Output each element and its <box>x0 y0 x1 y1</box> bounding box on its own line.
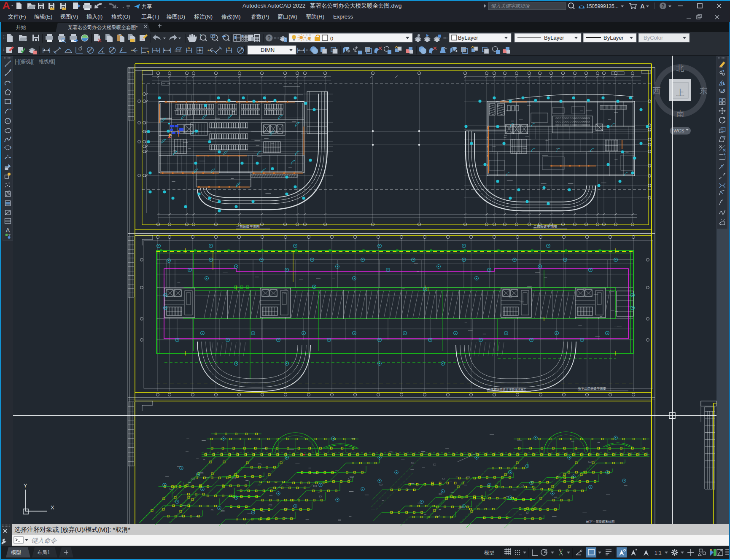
svg-text:1:1: 1:1 <box>655 550 662 556</box>
svg-text:标注(N): 标注(N) <box>194 13 213 20</box>
svg-text:插入(I): 插入(I) <box>86 13 102 20</box>
svg-text:A: A <box>640 3 645 10</box>
svg-text:0: 0 <box>330 35 333 42</box>
svg-text:一层采暖平面图: 一层采暖平面图 <box>236 225 260 229</box>
svg-text:修改(M): 修改(M) <box>221 13 241 20</box>
svg-text:Express: Express <box>333 13 353 20</box>
svg-text:X: X <box>51 504 54 511</box>
svg-text:A: A <box>188 46 190 50</box>
svg-text:共享: 共享 <box>142 3 152 9</box>
svg-text:地下一层采暖系统图: 地下一层采暖系统图 <box>586 520 615 524</box>
svg-text:ByLayer: ByLayer <box>544 35 564 41</box>
svg-text:x: x <box>81 45 82 48</box>
svg-text:注:本层采用设计详图做法施工: 注:本层采用设计详图做法施工 <box>487 388 526 391</box>
svg-text:DIMN: DIMN <box>261 47 275 53</box>
svg-text:二层采暖平面图: 二层采暖平面图 <box>533 225 557 229</box>
svg-text:选择注释对象或 [放弃(U)/模式(M)]: *取消*: 选择注释对象或 [放弃(U)/模式(M)]: *取消* <box>14 526 130 533</box>
svg-text:Autodesk AutoCAD 2022: Autodesk AutoCAD 2022 <box>242 3 305 9</box>
svg-text:文件(F): 文件(F) <box>8 13 26 20</box>
svg-text:?: ? <box>661 3 664 9</box>
svg-text:地下二层采暖平面图: 地下二层采暖平面图 <box>577 387 606 390</box>
svg-text:西: 西 <box>653 86 661 95</box>
svg-text:Y: Y <box>24 482 27 489</box>
svg-text:模型: 模型 <box>11 549 21 555</box>
svg-text:ByLayer: ByLayer <box>458 35 478 41</box>
svg-text:窗口(W): 窗口(W) <box>277 13 297 20</box>
svg-text:上: 上 <box>676 88 684 97</box>
svg-text:东: 东 <box>700 86 708 95</box>
svg-text:模型: 模型 <box>484 550 494 556</box>
svg-text:WCS: WCS <box>673 128 684 133</box>
svg-text:ByColor: ByColor <box>644 35 663 41</box>
svg-text:−: − <box>199 37 202 41</box>
svg-text:[-][俯视][二维线框]: [-][俯视][二维线框] <box>15 59 55 65</box>
svg-text:键入命令: 键入命令 <box>31 537 57 544</box>
svg-text:+: + <box>199 33 202 37</box>
svg-text:北: 北 <box>676 64 684 73</box>
svg-text:ByLayer: ByLayer <box>603 35 624 41</box>
svg-text:某著名公司办公大楼采暖全套图*: 某著名公司办公大楼采暖全套图* <box>68 25 138 30</box>
svg-text:?: ? <box>267 35 271 41</box>
svg-text:编辑(E): 编辑(E) <box>34 13 52 20</box>
svg-text:A: A <box>5 226 10 234</box>
svg-text:A: A <box>228 46 230 50</box>
svg-text:布局1: 布局1 <box>37 549 50 555</box>
svg-text:格式(O): 格式(O) <box>111 13 130 20</box>
svg-text:键入关键字或短语: 键入关键字或短语 <box>491 3 531 8</box>
svg-text:帮助(H): 帮助(H) <box>306 13 324 20</box>
svg-text:某著名公司办公大楼采暖全套图.dwg: 某著名公司办公大楼采暖全套图.dwg <box>310 3 402 9</box>
svg-text:1505999135...: 1505999135... <box>586 3 619 9</box>
svg-text:绘图(D): 绘图(D) <box>167 13 185 20</box>
svg-text:开始: 开始 <box>16 24 26 30</box>
svg-text:南: 南 <box>676 109 684 118</box>
svg-text:参数(P): 参数(P) <box>251 13 269 20</box>
svg-text:视图(V): 视图(V) <box>60 13 78 20</box>
svg-text:工具(T): 工具(T) <box>141 13 159 20</box>
